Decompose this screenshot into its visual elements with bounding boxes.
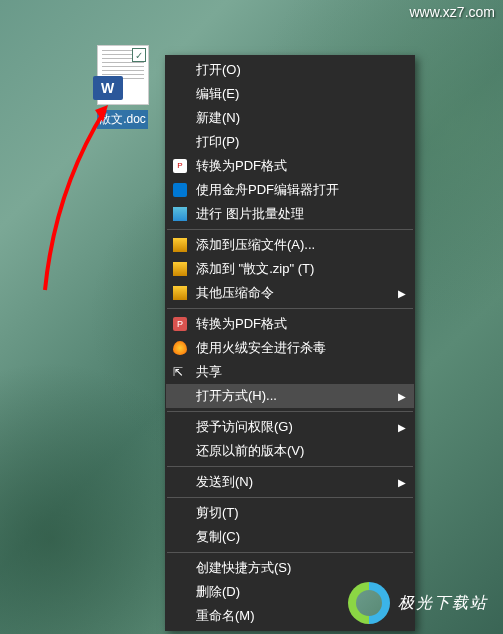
pdf-red-icon: P — [172, 316, 188, 332]
submenu-arrow-icon: ▶ — [398, 422, 406, 433]
share-icon: ⇱ — [172, 364, 188, 380]
menu-to-pdf2[interactable]: P转换为PDF格式 — [166, 312, 414, 336]
menu-jinshan-pdf[interactable]: 使用金舟PDF编辑器打开 — [166, 178, 414, 202]
menu-to-pdf2-label: 转换为PDF格式 — [196, 315, 287, 333]
menu-other-zip[interactable]: 其他压缩命令▶ — [166, 281, 414, 305]
submenu-arrow-icon: ▶ — [398, 391, 406, 402]
separator — [167, 308, 413, 309]
menu-edit-label: 编辑(E) — [196, 85, 239, 103]
menu-delete-label: 删除(D) — [196, 583, 240, 601]
zip-icon — [172, 261, 188, 277]
submenu-arrow-icon: ▶ — [398, 288, 406, 299]
jinshan-icon — [172, 182, 188, 198]
menu-restore-prev[interactable]: 还原以前的版本(V) — [166, 439, 414, 463]
separator — [167, 466, 413, 467]
menu-huorong-label: 使用火绒安全进行杀毒 — [196, 339, 326, 357]
menu-to-pdf-label: 转换为PDF格式 — [196, 157, 287, 175]
menu-open-label: 打开(O) — [196, 61, 241, 79]
menu-jinshan-pdf-label: 使用金舟PDF编辑器打开 — [196, 181, 339, 199]
menu-create-shortcut[interactable]: 创建快捷方式(S) — [166, 556, 414, 580]
menu-new[interactable]: 新建(N) — [166, 106, 414, 130]
site-logo: 极光下载站 — [348, 582, 488, 624]
menu-batch-image-label: 进行 图片批量处理 — [196, 205, 304, 223]
menu-print-label: 打印(P) — [196, 133, 239, 151]
shield-icon — [172, 340, 188, 356]
menu-restore-prev-label: 还原以前的版本(V) — [196, 442, 304, 460]
menu-open[interactable]: 打开(O) — [166, 58, 414, 82]
submenu-arrow-icon: ▶ — [398, 477, 406, 488]
batch-image-icon — [172, 206, 188, 222]
menu-batch-image[interactable]: 进行 图片批量处理 — [166, 202, 414, 226]
menu-send-to-label: 发送到(N) — [196, 473, 253, 491]
menu-create-shortcut-label: 创建快捷方式(S) — [196, 559, 291, 577]
menu-add-archive[interactable]: 添加到压缩文件(A)... — [166, 233, 414, 257]
menu-send-to[interactable]: 发送到(N)▶ — [166, 470, 414, 494]
zip-other-icon — [172, 285, 188, 301]
menu-cut[interactable]: 剪切(T) — [166, 501, 414, 525]
archive-icon — [172, 237, 188, 253]
menu-grant-access-label: 授予访问权限(G) — [196, 418, 293, 436]
menu-open-with[interactable]: 打开方式(H)...▶ — [166, 384, 414, 408]
separator — [167, 411, 413, 412]
menu-add-zip[interactable]: 添加到 "散文.zip" (T) — [166, 257, 414, 281]
logo-swirl-icon — [348, 582, 390, 624]
separator — [167, 497, 413, 498]
menu-other-zip-label: 其他压缩命令 — [196, 284, 274, 302]
menu-print[interactable]: 打印(P) — [166, 130, 414, 154]
menu-cut-label: 剪切(T) — [196, 504, 239, 522]
menu-new-label: 新建(N) — [196, 109, 240, 127]
pdf-icon: P — [172, 158, 188, 174]
menu-copy[interactable]: 复制(C) — [166, 525, 414, 549]
separator — [167, 552, 413, 553]
menu-rename-label: 重命名(M) — [196, 607, 255, 625]
menu-share[interactable]: ⇱共享 — [166, 360, 414, 384]
menu-edit[interactable]: 编辑(E) — [166, 82, 414, 106]
menu-copy-label: 复制(C) — [196, 528, 240, 546]
watermark-text: www.xz7.com — [409, 4, 495, 20]
menu-open-with-label: 打开方式(H)... — [196, 387, 277, 405]
menu-huorong[interactable]: 使用火绒安全进行杀毒 — [166, 336, 414, 360]
menu-to-pdf[interactable]: P转换为PDF格式 — [166, 154, 414, 178]
menu-grant-access[interactable]: 授予访问权限(G)▶ — [166, 415, 414, 439]
menu-share-label: 共享 — [196, 363, 222, 381]
desktop-background: www.xz7.com ✓ W 散文.doc 打开(O) 编辑(E) 新建(N)… — [0, 0, 503, 634]
selection-check-icon: ✓ — [132, 48, 146, 62]
menu-add-archive-label: 添加到压缩文件(A)... — [196, 236, 315, 254]
logo-text: 极光下载站 — [398, 593, 488, 614]
annotation-arrow-1 — [30, 90, 140, 300]
context-menu: 打开(O) 编辑(E) 新建(N) 打印(P) P转换为PDF格式 使用金舟PD… — [165, 55, 415, 631]
menu-add-zip-label: 添加到 "散文.zip" (T) — [196, 260, 314, 278]
separator — [167, 229, 413, 230]
